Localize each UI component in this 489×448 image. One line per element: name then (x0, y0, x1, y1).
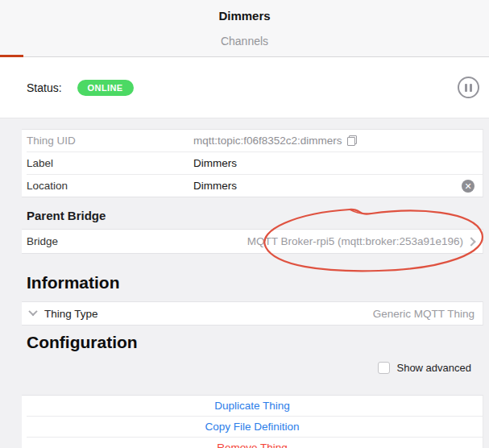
copy-file-definition-button[interactable]: Copy File Definition (22, 417, 483, 437)
copy-icon[interactable] (347, 135, 357, 146)
show-advanced-checkbox[interactable] (378, 362, 390, 374)
active-tab-indicator (0, 55, 23, 57)
status-section: Status: ONLINE (0, 57, 489, 118)
navbar: Dimmers Channels (0, 0, 489, 57)
chevron-down-icon (28, 306, 37, 315)
thing-details-card: Thing UID mqtt:topic:f06f8352c2:dimmers … (22, 129, 483, 197)
parent-bridge-heading: Parent Bridge (27, 209, 489, 222)
location-row[interactable]: Location Dimmers ✕ (22, 175, 483, 197)
label-row[interactable]: Label Dimmers (22, 152, 483, 174)
status-badge: ONLINE (77, 80, 134, 96)
thing-type-label: Thing Type (44, 308, 98, 320)
chevron-right-icon (466, 237, 475, 246)
page-title: Dimmers (0, 0, 489, 23)
parent-bridge-card: Bridge MQTT Broker-rpi5 (mqtt:broker:253… (22, 229, 483, 254)
label-field-label: Label (27, 157, 193, 169)
pause-icon (465, 84, 467, 92)
show-advanced-row: Show advanced (0, 361, 489, 375)
location-field-label: Location (27, 180, 193, 192)
thing-type-value: Generic MQTT Thing (373, 308, 474, 320)
tab-channels[interactable]: Channels (213, 33, 276, 49)
status-label: Status: (27, 81, 62, 94)
pause-button[interactable] (458, 77, 479, 98)
thing-uid-row: Thing UID mqtt:topic:f06f8352c2:dimmers (22, 130, 483, 151)
duplicate-thing-button[interactable]: Duplicate Thing (22, 396, 483, 416)
thing-uid-value: mqtt:topic:f06f8352c2:dimmers (193, 135, 357, 147)
main-content: Thing UID mqtt:topic:f06f8352c2:dimmers … (0, 118, 489, 448)
label-field-value[interactable]: Dimmers (193, 157, 237, 169)
information-card: Thing Type Generic MQTT Thing (22, 301, 483, 326)
thing-uid-label: Thing UID (27, 135, 193, 147)
thing-uid-text: mqtt:topic:f06f8352c2:dimmers (193, 135, 342, 147)
show-advanced-label: Show advanced (396, 362, 471, 374)
bridge-row[interactable]: Bridge MQTT Broker-rpi5 (mqtt:broker:253… (22, 230, 483, 253)
actions-card: Duplicate Thing Copy File Definition Rem… (22, 395, 483, 448)
bridge-value: MQTT Broker-rpi5 (mqtt:broker:253a91e196… (247, 235, 463, 247)
thing-type-row[interactable]: Thing Type Generic MQTT Thing (22, 302, 483, 325)
tabbar: Channels (0, 33, 489, 49)
information-heading: Information (27, 273, 489, 292)
location-field-value[interactable]: Dimmers (193, 180, 237, 192)
pause-icon (470, 84, 472, 92)
clear-icon[interactable]: ✕ (462, 180, 474, 193)
configuration-heading: Configuration (27, 333, 489, 352)
bridge-label: Bridge (27, 235, 193, 247)
remove-thing-button[interactable]: Remove Thing (22, 438, 483, 448)
